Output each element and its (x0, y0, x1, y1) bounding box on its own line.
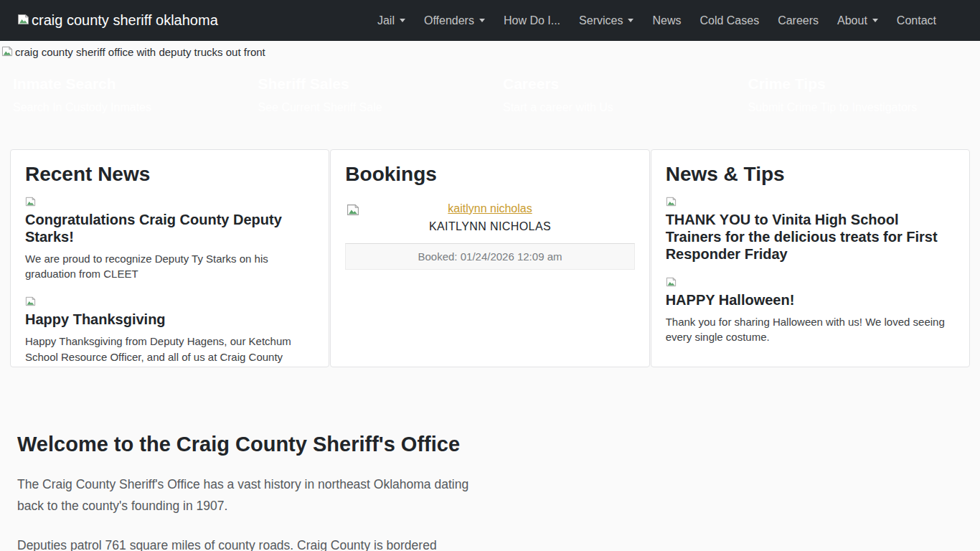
bookings-title: Bookings (345, 162, 634, 187)
news-tips-title: News & Tips (666, 162, 955, 187)
recent-news-card: Recent News Congratulations Craig County… (10, 149, 329, 367)
broken-image-icon (666, 277, 677, 290)
hero-quick-links: Inmate Search Search In Custody Inmates … (0, 75, 980, 114)
recent-news-title: Recent News (25, 162, 314, 187)
booking-inmate-link[interactable]: kaitlynn nicholas (448, 202, 532, 215)
nav-item-jail[interactable]: Jail (368, 9, 415, 33)
chevron-down-icon (479, 19, 485, 22)
hero-broken-image: craig county sheriff office with deputy … (1, 46, 980, 59)
news-item-heading: Happy Thanksgiving (25, 311, 314, 328)
brand-alt-text: craig county sheriff oklahoma (32, 12, 218, 29)
nav-item-about[interactable]: About (828, 9, 887, 33)
quick-link-inmate-search[interactable]: Inmate Search Search In Custody Inmates (0, 75, 245, 114)
booking-entry: kaitlynn nicholas KAITLYNN NICHOLAS Book… (345, 197, 634, 270)
nav-item-contact[interactable]: Contact (887, 9, 946, 33)
quick-link-careers[interactable]: Careers Start a career with Us (490, 75, 735, 114)
quick-link-title: Crime Tips (748, 75, 980, 92)
list-item: HAPPY Halloween! Thank you for sharing H… (666, 277, 955, 346)
welcome-paragraph: Deputies patrol 761 square miles of coun… (17, 534, 491, 551)
quick-link-subtitle: Submit Crime Tip to Investigators (748, 101, 980, 114)
welcome-paragraph: The Craig County Sheriff's Office has a … (17, 474, 491, 517)
quick-link-subtitle: Search In Custody Inmates (13, 101, 245, 114)
nav-links: Jail Offenders How Do I... Services News… (368, 9, 946, 33)
booking-date-badge: Booked: 01/24/2026 12:09 am (345, 243, 634, 270)
welcome-section: Welcome to the Craig County Sheriff's Of… (17, 433, 491, 551)
quick-link-title: Inmate Search (13, 75, 245, 92)
news-item-body: Happy Thanksgiving from Deputy Hagens, o… (25, 334, 314, 367)
bookings-card: Bookings kaitlynn nicholas KAITLYNN NICH… (330, 149, 649, 367)
nav-item-cold-cases[interactable]: Cold Cases (690, 9, 768, 33)
broken-image-icon (25, 197, 36, 209)
nav-item-services[interactable]: Services (570, 9, 643, 33)
news-item-body: Thank you for sharing Halloween with us!… (666, 314, 955, 346)
quick-link-crime-tips[interactable]: Crime Tips Submit Crime Tip to Investiga… (735, 75, 980, 114)
broken-image-icon (17, 12, 29, 29)
broken-image-icon (666, 197, 677, 209)
news-item-heading: HAPPY Halloween! (666, 291, 955, 309)
nav-item-offenders[interactable]: Offenders (415, 9, 494, 33)
broken-image-icon (25, 296, 36, 309)
hero-image-alt-text: craig county sheriff office with deputy … (15, 46, 265, 58)
cards-row: Recent News Congratulations Craig County… (10, 149, 970, 367)
brand-link[interactable]: craig county sheriff oklahoma (17, 12, 218, 29)
chevron-down-icon (872, 19, 878, 22)
list-item: Happy Thanksgiving Happy Thanksgiving fr… (25, 296, 314, 367)
broken-image-icon (1, 46, 13, 59)
page-title: Welcome to the Craig County Sheriff's Of… (17, 433, 491, 456)
news-item-body: We are proud to recognize Deputy Ty Star… (25, 251, 314, 283)
nav-item-how-do-i[interactable]: How Do I... (494, 9, 570, 33)
news-item-heading: THANK YOU to Vinita High School Trainers… (666, 211, 955, 263)
top-navbar: craig county sheriff oklahoma Jail Offen… (0, 0, 980, 41)
news-item-heading: Congratulations Craig County Deputy Star… (25, 211, 314, 245)
quick-link-sheriff-sales[interactable]: Sheriff Sales See Current Sheriff Sale (245, 75, 491, 114)
hero-section: craig county sheriff office with deputy … (0, 41, 980, 114)
list-item: Congratulations Craig County Deputy Star… (25, 197, 314, 283)
quick-link-title: Sheriff Sales (258, 75, 491, 92)
nav-item-news[interactable]: News (643, 9, 690, 33)
chevron-down-icon (628, 19, 633, 22)
news-tips-card: News & Tips THANK YOU to Vinita High Sch… (651, 149, 970, 367)
quick-link-subtitle: See Current Sheriff Sale (258, 101, 491, 114)
list-item: THANK YOU to Vinita High School Trainers… (666, 197, 955, 263)
chevron-down-icon (400, 19, 405, 22)
booking-inmate-name: KAITLYNN NICHOLAS (345, 220, 634, 233)
quick-link-subtitle: Start a career with Us (503, 101, 735, 114)
quick-link-title: Careers (503, 75, 735, 92)
nav-item-careers[interactable]: Careers (768, 9, 828, 33)
broken-image-icon (347, 204, 359, 219)
